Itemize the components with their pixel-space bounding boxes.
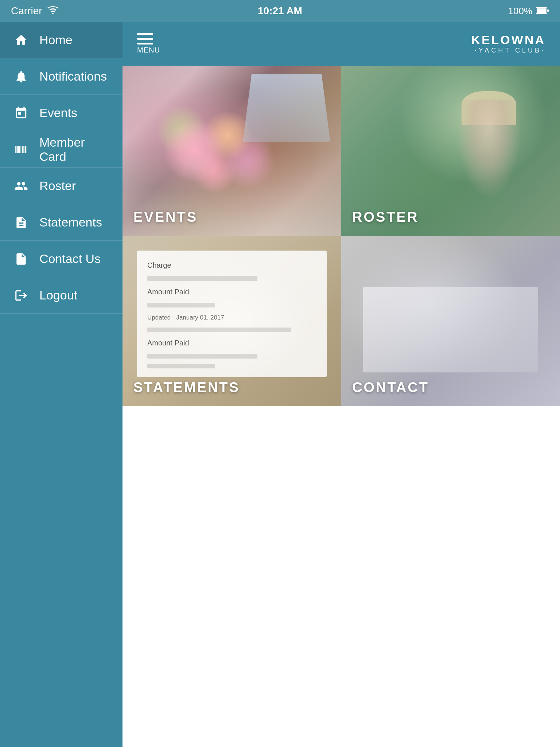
brand-sub: ·YACHT CLUB·	[471, 47, 545, 54]
app-container: Home Notifications Events Member Card	[0, 22, 560, 747]
sidebar-label-statements: Statements	[39, 215, 102, 229]
sidebar-label-notifications: Notifications	[39, 69, 107, 84]
home-icon	[13, 32, 29, 48]
tile-roster[interactable]: ROSTER	[341, 66, 560, 236]
sidebar-label-home: Home	[39, 33, 73, 47]
sidebar-label-roster: Roster	[39, 179, 76, 193]
status-bar-right: 100%	[508, 5, 549, 17]
logout-icon	[13, 287, 29, 303]
doc-line-1	[147, 276, 257, 281]
battery-label: 100%	[508, 5, 533, 17]
people-icon	[13, 178, 29, 194]
file-icon	[13, 251, 29, 267]
menu-label: MENU	[137, 46, 160, 54]
wifi-icon	[47, 5, 58, 17]
hamburger-icon	[137, 33, 160, 44]
status-bar-left: Carrier	[11, 5, 58, 17]
carrier-label: Carrier	[11, 5, 42, 17]
brand-name: KELOWNA	[471, 33, 545, 47]
bell-icon	[13, 69, 29, 85]
person-decoration	[451, 100, 527, 210]
tiles-grid: EVENTS ROSTER Charge Amount Paid Updated…	[122, 66, 560, 406]
sidebar-item-home[interactable]: Home	[0, 22, 122, 58]
glasses-decoration	[243, 74, 330, 142]
sidebar-item-notifications[interactable]: Notifications	[0, 58, 122, 95]
doc-line-3	[147, 328, 291, 332]
tile-events-label: EVENTS	[133, 209, 198, 225]
calendar-icon	[13, 105, 29, 121]
battery-icon	[536, 5, 549, 17]
main-area: MENU KELOWNA ·YACHT CLUB· EVENTS ROSTER	[122, 22, 560, 747]
statements-document: Charge Amount Paid Updated - January 01,…	[137, 251, 327, 377]
doc-line-2	[147, 303, 215, 307]
doc-line-5	[147, 364, 215, 368]
status-bar-time: 10:21 AM	[258, 5, 302, 17]
sidebar-item-events[interactable]: Events	[0, 95, 122, 131]
doc-text-amount-paid-2: Amount Paid	[147, 337, 316, 349]
document-icon	[13, 214, 29, 231]
white-space	[122, 406, 560, 747]
sidebar-item-contact-us[interactable]: Contact Us	[0, 241, 122, 277]
barcode-icon	[13, 142, 29, 158]
tile-contact[interactable]: CONTACT	[341, 236, 560, 406]
doc-text-amount-paid: Amount Paid	[147, 286, 316, 298]
brand-logo: KELOWNA ·YACHT CLUB·	[471, 33, 545, 54]
sidebar-label-logout: Logout	[39, 288, 77, 302]
sidebar-label-events: Events	[39, 106, 77, 120]
tile-contact-label: CONTACT	[352, 380, 429, 395]
tile-statements-label: STATEMENTS	[133, 380, 240, 395]
sidebar-label-member-card: Member Card	[39, 135, 109, 164]
sidebar-label-contact-us: Contact Us	[39, 252, 101, 266]
doc-text-charge: Charge	[147, 259, 316, 271]
sidebar: Home Notifications Events Member Card	[0, 22, 122, 747]
sidebar-item-statements[interactable]: Statements	[0, 204, 122, 241]
doc-text-updated: Updated - January 01, 2017	[147, 313, 316, 322]
top-nav: MENU KELOWNA ·YACHT CLUB·	[122, 22, 560, 66]
tile-roster-label: ROSTER	[352, 209, 419, 225]
doc-line-4	[147, 354, 257, 359]
contact-paper	[363, 287, 538, 372]
sidebar-item-logout[interactable]: Logout	[0, 277, 122, 314]
svg-rect-1	[537, 8, 546, 13]
sidebar-item-member-card[interactable]: Member Card	[0, 131, 122, 168]
menu-button[interactable]: MENU	[137, 33, 160, 54]
tile-statements[interactable]: Charge Amount Paid Updated - January 01,…	[122, 236, 341, 406]
status-bar: Carrier 10:21 AM 100%	[0, 0, 560, 22]
sidebar-item-roster[interactable]: Roster	[0, 168, 122, 204]
svg-rect-2	[547, 9, 549, 12]
tile-events[interactable]: EVENTS	[122, 66, 341, 236]
